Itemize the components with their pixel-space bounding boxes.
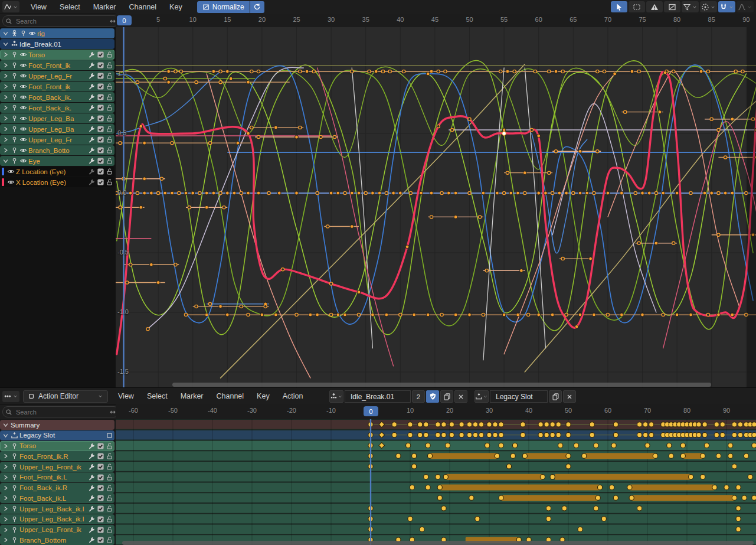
wrench-icon[interactable] xyxy=(88,168,96,175)
unlock-icon[interactable] xyxy=(106,146,113,154)
eye-icon[interactable] xyxy=(19,115,27,122)
wrench-icon[interactable] xyxy=(88,484,96,492)
chevron-right-icon[interactable] xyxy=(2,515,9,523)
wrench-icon[interactable] xyxy=(88,115,96,122)
unlock-icon[interactable] xyxy=(106,442,113,450)
chevron-right-icon[interactable] xyxy=(2,442,9,450)
unlock-icon[interactable] xyxy=(106,505,113,513)
channel-row[interactable]: Idle_Break.01 xyxy=(0,39,114,49)
unlock-icon[interactable] xyxy=(106,536,113,544)
channel-row[interactable]: Foot_Front_ik xyxy=(0,81,114,92)
checkbox-icon[interactable] xyxy=(97,104,104,112)
link-square-icon[interactable] xyxy=(106,432,113,439)
graph-h-scrollbar[interactable] xyxy=(172,383,711,387)
channel-row[interactable]: Legacy Slot xyxy=(0,430,114,440)
normalize-toggle[interactable]: Normalize xyxy=(197,1,250,13)
wrench-icon[interactable] xyxy=(88,51,96,58)
menu-view[interactable]: View xyxy=(24,2,53,12)
checkbox-icon[interactable] xyxy=(97,61,104,69)
channel-row[interactable]: Upper_Leg_Back_ik.l xyxy=(0,514,114,524)
pin-icon[interactable] xyxy=(11,494,18,502)
fake-user-shield-button[interactable] xyxy=(426,390,439,403)
chevron-down-icon[interactable] xyxy=(2,40,9,48)
checkbox-icon[interactable] xyxy=(97,146,104,154)
magnet-tool-button[interactable] xyxy=(718,1,735,12)
menu-select[interactable]: Select xyxy=(140,391,174,402)
unlock-icon[interactable] xyxy=(106,463,113,471)
channel-row[interactable]: X Location (Eye) xyxy=(0,177,114,187)
channel-row[interactable]: Upper_Leg_Back_ik.l xyxy=(0,504,114,514)
unlock-icon[interactable] xyxy=(106,515,113,523)
chevron-right-icon[interactable] xyxy=(2,505,9,513)
pin-icon[interactable] xyxy=(11,474,18,481)
dope-mode-select[interactable]: Action Editor xyxy=(23,390,108,403)
dope-search-box[interactable] xyxy=(2,406,119,417)
action-browse-button[interactable] xyxy=(329,390,343,403)
pin-icon[interactable] xyxy=(11,61,18,69)
channel-row[interactable]: Upper_Leg_Fr xyxy=(0,71,114,81)
graph-v-scroll-gutter[interactable] xyxy=(747,27,756,387)
pin-icon[interactable] xyxy=(11,442,18,450)
eye-icon[interactable] xyxy=(19,125,27,133)
unlock-icon[interactable] xyxy=(106,484,113,492)
chevron-down-icon[interactable] xyxy=(2,30,9,37)
chevron-right-icon[interactable] xyxy=(2,146,9,154)
graph-ruler[interactable]: 51015202530354045505560657075808590 xyxy=(116,14,756,28)
checkbox-icon[interactable] xyxy=(97,505,104,513)
pin-icon[interactable] xyxy=(11,125,18,133)
channel-row[interactable]: Upper_Leg_Front_ik xyxy=(0,462,114,472)
menu-view[interactable]: View xyxy=(112,391,140,402)
unlock-icon[interactable] xyxy=(106,178,113,186)
wrench-icon[interactable] xyxy=(88,452,96,460)
channel-row[interactable]: Torso xyxy=(0,50,114,60)
wrench-icon[interactable] xyxy=(88,178,96,186)
slot-name-field[interactable]: Legacy Slot xyxy=(490,390,548,403)
eye-icon[interactable] xyxy=(19,93,27,101)
unlink-slot-button[interactable] xyxy=(563,390,576,403)
eye-icon[interactable] xyxy=(19,146,27,154)
pin-icon[interactable] xyxy=(11,452,18,460)
checkbox-icon[interactable] xyxy=(97,136,104,143)
cursor-tool-button[interactable] xyxy=(611,1,627,12)
channel-row[interactable]: Summary xyxy=(0,420,114,430)
unlock-icon[interactable] xyxy=(106,474,113,481)
pin-icon[interactable] xyxy=(11,463,18,471)
unlock-icon[interactable] xyxy=(106,61,113,69)
checkbox-icon[interactable] xyxy=(97,51,104,58)
unlock-icon[interactable] xyxy=(106,157,113,165)
checkbox-icon[interactable] xyxy=(97,72,104,80)
chevron-down-icon[interactable] xyxy=(2,432,9,439)
chevron-right-icon[interactable] xyxy=(2,452,9,460)
wrench-icon[interactable] xyxy=(88,61,96,69)
chevron-right-icon[interactable] xyxy=(2,463,9,471)
chevron-right-icon[interactable] xyxy=(2,115,9,122)
wrench-icon[interactable] xyxy=(88,83,96,90)
pin-icon[interactable] xyxy=(11,515,18,523)
unlock-icon[interactable] xyxy=(106,51,113,58)
wrench-icon[interactable] xyxy=(88,93,96,101)
chevron-down-icon[interactable] xyxy=(2,157,9,165)
channel-row[interactable]: Foot_Back_ik.L xyxy=(0,493,114,503)
menu-channel[interactable]: Channel xyxy=(123,2,163,12)
chevron-right-icon[interactable] xyxy=(2,83,9,90)
channel-row[interactable]: Foot_Front_ik.R xyxy=(0,451,114,461)
chevron-down-icon[interactable] xyxy=(2,421,9,429)
pin-icon[interactable] xyxy=(11,526,18,534)
pin-icon[interactable] xyxy=(11,104,18,112)
channel-row[interactable]: Foot_Back_ik. xyxy=(0,92,114,102)
channel-row[interactable]: Foot_Front_ik.L xyxy=(0,472,114,482)
channel-row[interactable]: Foot_Back_ik. xyxy=(0,103,114,113)
unlock-icon[interactable] xyxy=(106,104,113,112)
graph-editor-type-button[interactable] xyxy=(2,1,19,12)
dope-editor-type-button[interactable] xyxy=(2,391,19,402)
unlock-icon[interactable] xyxy=(106,136,113,143)
channel-row[interactable]: Branch_Botto xyxy=(0,145,114,155)
menu-key[interactable]: Key xyxy=(163,2,189,12)
wrench-icon[interactable] xyxy=(88,442,96,450)
chevron-right-icon[interactable] xyxy=(2,536,9,544)
channel-row[interactable]: Foot_Back_ik.R xyxy=(0,483,114,493)
unlock-icon[interactable] xyxy=(106,494,113,502)
pin-icon[interactable] xyxy=(11,157,18,165)
channel-row[interactable]: rig xyxy=(0,28,114,38)
checkbox-icon[interactable] xyxy=(97,515,104,523)
